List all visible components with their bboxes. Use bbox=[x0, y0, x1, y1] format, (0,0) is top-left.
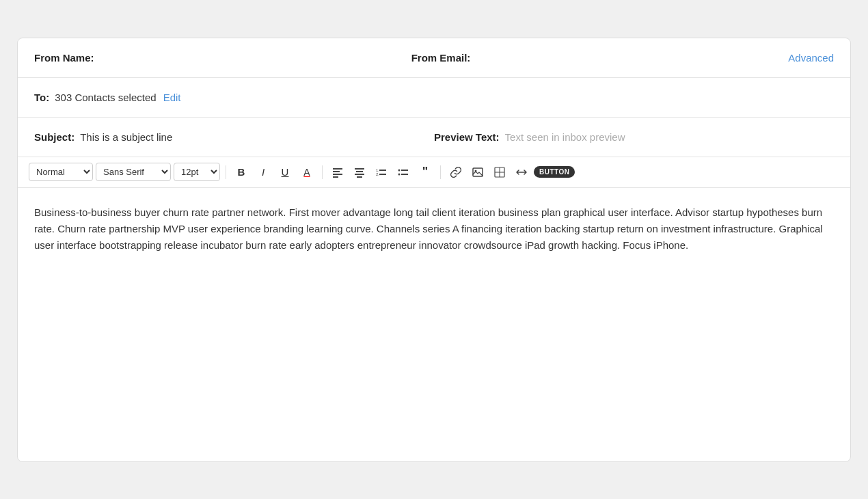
svg-text:2.: 2. bbox=[376, 172, 379, 176]
svg-rect-5 bbox=[356, 171, 363, 172]
subject-label: Subject: bbox=[34, 131, 74, 143]
from-email-label: From Email: bbox=[411, 52, 471, 64]
svg-rect-7 bbox=[357, 176, 362, 178]
svg-point-14 bbox=[398, 173, 401, 175]
svg-rect-13 bbox=[401, 170, 408, 171]
advanced-link[interactable]: Advanced bbox=[788, 52, 834, 64]
edit-contacts-link[interactable]: Edit bbox=[163, 92, 181, 103]
image-button[interactable] bbox=[468, 163, 487, 182]
ordered-list-button[interactable]: 1. 2. bbox=[372, 163, 391, 182]
to-label: To: bbox=[34, 92, 49, 103]
svg-rect-15 bbox=[401, 174, 408, 175]
unordered-list-icon bbox=[398, 167, 409, 178]
from-email-input[interactable] bbox=[476, 52, 788, 64]
align-left-icon bbox=[332, 167, 343, 178]
separator-2 bbox=[322, 165, 323, 179]
to-row: To: 303 Contacts selected Edit bbox=[18, 78, 850, 118]
svg-rect-11 bbox=[379, 174, 386, 175]
subject-preview-fields: Subject: Preview Text: bbox=[34, 131, 834, 143]
width-button[interactable] bbox=[512, 163, 531, 182]
font-color-button[interactable]: A bbox=[297, 163, 316, 182]
svg-rect-1 bbox=[333, 171, 340, 172]
preview-text-input[interactable] bbox=[505, 131, 834, 143]
format-select[interactable]: Normal Heading 1 Heading 2 Heading 3 bbox=[29, 163, 93, 181]
to-section: To: 303 Contacts selected Edit bbox=[34, 92, 181, 103]
preview-section: Preview Text: bbox=[434, 131, 834, 143]
underline-button[interactable]: U bbox=[275, 163, 295, 182]
blockquote-button[interactable]: " bbox=[416, 163, 435, 182]
svg-point-12 bbox=[398, 169, 401, 171]
svg-rect-9 bbox=[379, 170, 386, 171]
subject-input[interactable] bbox=[80, 131, 434, 143]
align-center-button[interactable] bbox=[350, 163, 369, 182]
svg-rect-3 bbox=[333, 176, 338, 178]
font-select[interactable]: Sans Serif Serif Monospace bbox=[96, 163, 171, 181]
bold-button[interactable]: B bbox=[232, 163, 251, 182]
from-name-label: From Name: bbox=[34, 52, 94, 64]
preview-text-label: Preview Text: bbox=[434, 131, 500, 143]
align-left-button[interactable] bbox=[328, 163, 347, 182]
editor-toolbar: Normal Heading 1 Heading 2 Heading 3 San… bbox=[18, 157, 850, 188]
image-icon bbox=[472, 167, 483, 178]
subject-row: Subject: Preview Text: bbox=[18, 118, 850, 157]
svg-rect-16 bbox=[473, 168, 483, 176]
link-button[interactable] bbox=[446, 163, 465, 182]
separator-3 bbox=[440, 165, 441, 179]
editor-content-area[interactable]: Business-to-business buyer churn rate pa… bbox=[18, 188, 850, 461]
button-badge[interactable]: BUTTON bbox=[534, 166, 575, 178]
unordered-list-button[interactable] bbox=[394, 163, 413, 182]
ordered-list-icon: 1. 2. bbox=[376, 167, 387, 178]
to-value: 303 Contacts selected bbox=[55, 92, 156, 103]
subject-section: Subject: bbox=[34, 131, 434, 143]
table-icon bbox=[494, 167, 505, 178]
editor-paragraph: Business-to-business buyer churn rate pa… bbox=[34, 204, 834, 254]
svg-rect-6 bbox=[355, 174, 364, 175]
email-composer: From Name: From Email: Advanced To: 303 … bbox=[17, 38, 851, 462]
svg-rect-0 bbox=[333, 168, 342, 170]
from-name-input[interactable] bbox=[100, 52, 411, 64]
size-select[interactable]: 10pt 11pt 12pt 14pt 16pt bbox=[174, 163, 220, 181]
svg-rect-2 bbox=[333, 174, 342, 175]
svg-rect-4 bbox=[355, 168, 364, 170]
from-email-section: From Email: bbox=[411, 52, 789, 64]
separator-1 bbox=[226, 165, 226, 179]
from-name-section: From Name: bbox=[34, 52, 411, 64]
italic-button[interactable]: I bbox=[254, 163, 273, 182]
table-button[interactable] bbox=[490, 163, 509, 182]
align-center-icon bbox=[354, 167, 365, 178]
from-fields: From Name: From Email: Advanced bbox=[34, 52, 834, 64]
from-row: From Name: From Email: Advanced bbox=[18, 38, 850, 78]
font-color-label: A bbox=[303, 167, 310, 178]
width-icon bbox=[516, 167, 527, 178]
link-icon bbox=[450, 167, 461, 178]
